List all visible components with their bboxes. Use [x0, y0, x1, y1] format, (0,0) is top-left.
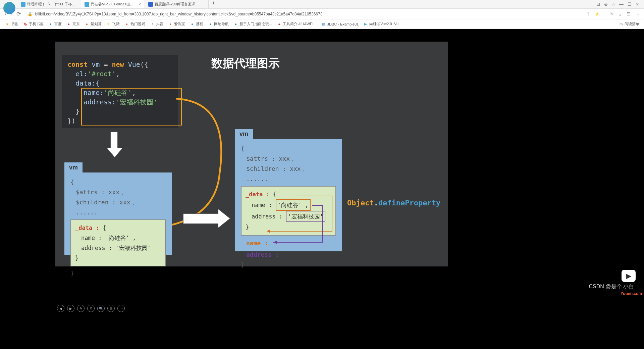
- bookmark-icon: 🔖: [23, 22, 28, 27]
- star-icon: ★: [5, 22, 9, 27]
- site-icon: ●: [277, 22, 281, 27]
- code-snippet: const vm = new Vue({ el:'#root', data:{ …: [62, 55, 178, 128]
- yuuen-watermark: Yuuen.com: [621, 291, 642, 296]
- bookmark-item[interactable]: ●网址导航: [208, 21, 229, 27]
- bookmark-item[interactable]: ▶尚硅谷Vue2.0+Vu...: [363, 21, 401, 27]
- bookmark-item[interactable]: ●百度: [48, 21, 62, 27]
- data-box: _data : { name : '尚硅谷' , address : '宏福科技…: [70, 219, 166, 266]
- bookmark-item[interactable]: ●新手入门指南之玩...: [233, 21, 272, 27]
- list-icon[interactable]: ☰: [627, 12, 631, 16]
- tab-label: 尚硅谷Vue2.0+Vue3.0全套教程: [91, 2, 137, 7]
- tab-label: 哔哩哔哩 ( ゜- ゜)つロ 干杯~-bilibili: [27, 2, 77, 7]
- misc-icon[interactable]: ⊛: [604, 2, 608, 7]
- vm-label: vm: [235, 129, 253, 139]
- slide-content: 数据代理图示 const vm = new Vue({ el:'#root', …: [55, 42, 448, 266]
- arrow-right-icon: [183, 209, 230, 226]
- bookmark-item[interactable]: 🔖手机书签: [23, 21, 44, 27]
- bookmark-item[interactable]: ●聚划算: [85, 21, 102, 27]
- site-icon: ●: [48, 22, 53, 27]
- address-value-box: '宏福科技园': [286, 211, 325, 222]
- bookmarks-bar: ★书签 🔖手机书签 ●百度 ●京东 ●聚划算 ✈飞猪 ●热门游戏 ♪抖音 ●爱淘…: [0, 19, 644, 29]
- translate-icon: [148, 2, 153, 7]
- vm-box-1: vm { $attrs : xxx， $children : xxx， ....…: [64, 172, 172, 255]
- play-icon: ▶: [363, 22, 368, 27]
- grid-icon: ▦: [321, 22, 326, 27]
- music-icon: ♪: [150, 22, 155, 27]
- site-icon: ●: [233, 22, 238, 27]
- titlebar: 哔哩哔哩 ( ゜- ゜)つロ 干杯~-bilibili 尚硅谷Vue2.0+Vu…: [0, 0, 644, 9]
- tab-baidu-translate[interactable]: 百度翻译-200种语言互译、沟通全世: [145, 0, 209, 8]
- highlight-box: [81, 88, 182, 126]
- misc-icon[interactable]: ⊡: [596, 2, 600, 7]
- prev-button[interactable]: ◀: [57, 305, 64, 312]
- more-button[interactable]: ⋯: [117, 305, 125, 312]
- bookmark-item[interactable]: ●京东: [66, 21, 80, 27]
- play-button[interactable]: ▶: [67, 305, 74, 312]
- site-icon: ●: [124, 22, 129, 27]
- address-actions: ⇪ ⚡ | ↻ ⭳ ☰ ⋯: [587, 12, 639, 16]
- menu-icon[interactable]: ⋯: [635, 12, 639, 16]
- close-icon[interactable]: ✕: [636, 2, 639, 7]
- divider: |: [604, 12, 605, 16]
- site-icon: ●: [168, 22, 173, 27]
- tab-vue-tutorial[interactable]: 尚硅谷Vue2.0+Vue3.0全套教程 ×: [81, 0, 145, 8]
- flash-icon[interactable]: ⚡: [595, 12, 600, 16]
- bilibili-logo-icon[interactable]: [622, 270, 636, 282]
- new-tab-button[interactable]: +: [209, 0, 218, 8]
- edit-button[interactable]: ✎: [77, 305, 85, 312]
- video-player[interactable]: 数据代理图示 const vm = new Vue({ el:'#root', …: [0, 29, 644, 349]
- misc-icon[interactable]: ◇: [612, 2, 615, 7]
- slide-title: 数据代理图示: [211, 56, 280, 71]
- close-icon[interactable]: ×: [139, 2, 141, 7]
- bookmark-item[interactable]: ●工具简介-HUAWEI...: [277, 21, 316, 27]
- refresh-icon[interactable]: ↻: [610, 12, 613, 16]
- lock-icon: 🔒: [28, 12, 33, 16]
- url-text: bilibili.com/video/BV1Zy4y1K7SH?p=13&spm…: [35, 12, 323, 16]
- minimize-button[interactable]: ⊟: [107, 305, 115, 312]
- vm-box-2: vm { $attrs : xxx， $children : xxx， ....…: [235, 139, 342, 251]
- tab-strip: 哔哩哔哩 ( ゜- ゜)つロ 干杯~-bilibili 尚硅谷Vue2.0+Vu…: [17, 0, 592, 8]
- copy-button[interactable]: ⧉: [87, 305, 95, 312]
- bookmark-item[interactable]: ✈飞猪: [106, 21, 120, 27]
- player-control-bar: ◀ ▶ ✎ ⧉ 🔍 ⊟ ⋯: [57, 305, 125, 312]
- reading-list-button[interactable]: ▭阅读清单: [619, 21, 639, 27]
- zoom-button[interactable]: 🔍: [97, 305, 105, 312]
- name-value-box: '尚硅谷' ,: [276, 199, 311, 211]
- bookmark-item[interactable]: ♪抖音: [150, 21, 163, 27]
- tab-bilibili-home[interactable]: 哔哩哔哩 ( ゜- ゜)つロ 干杯~-bilibili: [17, 0, 81, 8]
- reload-button[interactable]: ⟳: [16, 11, 21, 17]
- bookmark-item[interactable]: ●爱淘宝: [168, 21, 185, 27]
- download-icon[interactable]: ⭳: [618, 12, 622, 16]
- site-icon: ●: [190, 22, 195, 27]
- tab-label: 百度翻译-200种语言互译、沟通全世: [155, 2, 205, 7]
- site-icon: ●: [85, 22, 89, 27]
- arrow-down-icon: [107, 132, 121, 155]
- data-box: _data : { name : '尚硅谷' , address : '宏福科技…: [241, 186, 336, 236]
- bookmark-item[interactable]: ●携程: [190, 21, 203, 27]
- address-bar: ‹ › ⟳ 🔒 bilibili.com/video/BV1Zy4y1K7SH?…: [0, 9, 644, 19]
- site-icon: ●: [66, 22, 71, 27]
- maximize-icon[interactable]: ☐: [628, 2, 632, 7]
- plane-icon: ✈: [106, 22, 111, 27]
- share-icon[interactable]: ⇪: [587, 12, 590, 16]
- site-icon: ●: [208, 22, 213, 27]
- window-controls: ⊡ ⊛ ◇ — ☐ ✕: [592, 2, 644, 7]
- csdn-watermark: CSDN @是个 小白: [589, 283, 634, 290]
- bookmark-item[interactable]: ●热门游戏: [124, 21, 145, 27]
- define-property-label: Object.defineProperty: [347, 199, 440, 207]
- minimize-icon[interactable]: —: [619, 2, 624, 7]
- bookmark-item[interactable]: ▦JDBC - Example01: [321, 22, 359, 27]
- bookmark-item[interactable]: ★书签: [5, 21, 18, 27]
- list-icon: ▭: [619, 22, 623, 27]
- bilibili-icon: [85, 2, 89, 7]
- vm-label: vm: [64, 162, 83, 173]
- bilibili-icon: [21, 2, 25, 7]
- profile-avatar[interactable]: [3, 1, 16, 15]
- url-box[interactable]: 🔒 bilibili.com/video/BV1Zy4y1K7SH?p=13&s…: [25, 12, 583, 16]
